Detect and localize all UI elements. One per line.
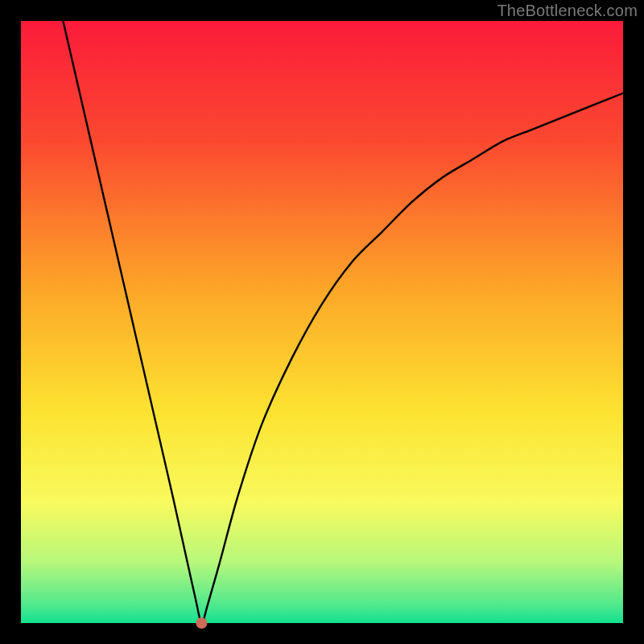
chart-container: TheBottleneck.com: [0, 0, 644, 644]
plot-area: [21, 21, 623, 623]
minimum-marker: [196, 617, 207, 629]
bottleneck-chart: [0, 0, 644, 644]
